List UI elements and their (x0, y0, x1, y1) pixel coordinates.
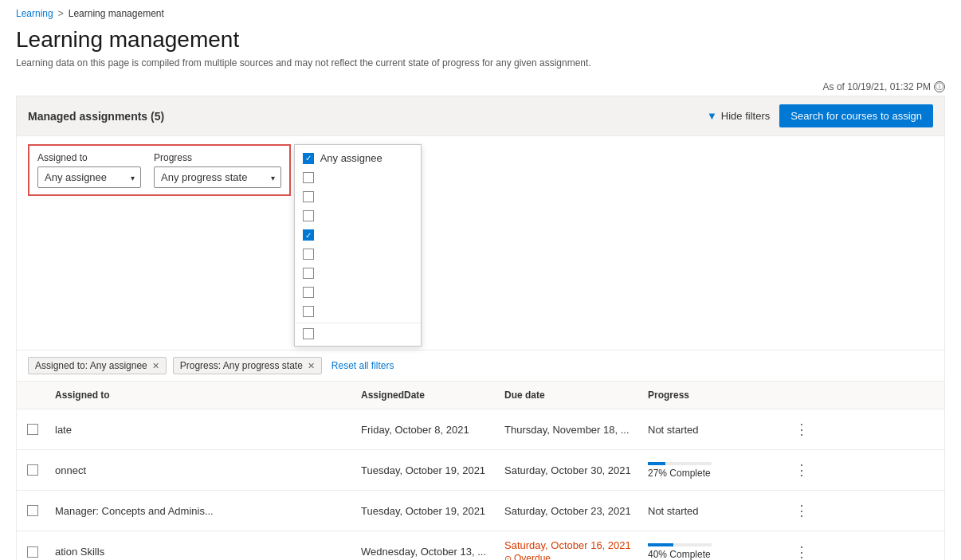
row1-more-button[interactable]: ⋮ (791, 417, 812, 441)
row1-due-date: Thursday, November 18, ... (498, 416, 641, 444)
row3-more-button[interactable]: ⋮ (791, 499, 812, 523)
filters-area: Assigned to Any assignee ▾ Progress Any … (16, 136, 945, 350)
row2-checkbox[interactable] (27, 464, 38, 476)
row1-progress: Not started (641, 416, 785, 444)
row4-actions: ⋮ (785, 532, 912, 561)
row4-name: ation Skills (49, 538, 355, 560)
row3-due-date: Saturday, October 23, 2021 (498, 497, 641, 525)
assigned-to-filter-group: Assigned to Any assignee ▾ (37, 152, 141, 188)
th-checkbox (17, 382, 49, 409)
assigned-to-tag-text: Assigned to: Any assignee (35, 360, 147, 371)
row2-more-button[interactable]: ⋮ (791, 458, 812, 482)
th-due-date[interactable]: Due date (498, 382, 641, 409)
managed-assignments-section-header: Managed assignments (5) ▼ Hide filters S… (16, 96, 945, 136)
info-icon[interactable]: ⓘ (934, 81, 945, 92)
assignee-option-5[interactable] (295, 245, 421, 264)
assignee-option-6[interactable] (295, 264, 421, 283)
assignee-checkbox-4[interactable] (303, 229, 314, 241)
row1-assigned-date: Friday, October 8, 2021 (355, 416, 498, 444)
assignee-checkbox-1[interactable] (303, 172, 314, 183)
row3-assigned-date: Tuesday, October 19, 2021 (355, 497, 498, 525)
row3-name: Manager: Concepts and Adminis... (49, 497, 355, 525)
page-title: Learning management (16, 27, 945, 53)
funnel-icon: ▼ (707, 110, 717, 122)
table-row: ation Skills Wednesday, October 13, ... … (17, 531, 944, 560)
page-subtitle: Learning data on this page is compiled f… (16, 57, 945, 69)
assignee-checkbox-3[interactable] (303, 210, 314, 221)
assigned-to-tag[interactable]: Assigned to: Any assignee ✕ (28, 357, 167, 374)
assignee-checkbox-5[interactable] (303, 249, 314, 260)
row3-checkbox[interactable] (27, 505, 38, 516)
reset-all-filters[interactable]: Reset all filters (331, 360, 394, 371)
assignee-option-8[interactable] (295, 302, 421, 321)
assignee-option-7[interactable] (295, 283, 421, 302)
row2-checkbox-cell (17, 456, 49, 484)
assigned-to-label: Assigned to (37, 152, 141, 163)
row2-actions: ⋮ (785, 450, 912, 490)
assignee-dropdown-popup: Any assignee (294, 144, 422, 347)
progress-dropdown-wrapper: Any progress state ▾ (154, 166, 281, 188)
row1-actions: ⋮ (785, 409, 912, 449)
search-courses-button[interactable]: Search for courses to assign (779, 104, 933, 127)
breadcrumb: Learning > Learning management (0, 0, 961, 24)
assignee-checkbox-7[interactable] (303, 287, 314, 298)
assignee-option-4[interactable] (295, 225, 421, 245)
row4-checkbox-cell (17, 538, 49, 561)
row4-progress: 40% Complete (641, 535, 785, 560)
assignee-option-any[interactable]: Any assignee (295, 148, 421, 168)
active-filters-bar: Assigned to: Any assignee ✕ Progress: An… (16, 350, 945, 382)
assignee-checkbox-6[interactable] (303, 268, 314, 279)
progress-label: Progress (154, 152, 281, 163)
managed-assignments-title: Managed assignments (5) (28, 110, 164, 123)
row2-name: onnect (49, 456, 355, 484)
assignee-option-3[interactable] (295, 206, 421, 225)
progress-dropdown[interactable]: Any progress state (154, 166, 281, 188)
breadcrumb-learning-link[interactable]: Learning (16, 8, 53, 19)
assignee-option-1[interactable] (295, 168, 421, 187)
overdue-icon-4: ⊙ (504, 554, 512, 561)
any-assignee-label: Any assignee (320, 152, 382, 164)
progress-filter-group: Progress Any progress state ▾ (154, 152, 281, 188)
th-assigned-date[interactable]: AssignedDate (355, 382, 498, 409)
table-row: Manager: Concepts and Adminis... Tuesday… (17, 491, 944, 531)
row2-progress: 27% Complete (641, 454, 785, 487)
assignments-table: Assigned to AssignedDate Due date Progre… (16, 382, 945, 560)
table-row: onnect Tuesday, October 19, 2021 Saturda… (17, 450, 944, 491)
table-header: Assigned to AssignedDate Due date Progre… (17, 382, 944, 409)
row3-checkbox-cell (17, 497, 49, 524)
row1-name: late (49, 416, 355, 444)
assignee-option-2[interactable] (295, 187, 421, 206)
as-of-text: As of 10/19/21, 01:32 PM (823, 81, 931, 92)
table-row: late Friday, October 8, 2021 Thursday, N… (17, 409, 944, 450)
row1-checkbox[interactable] (27, 424, 38, 435)
progress-tag[interactable]: Progress: Any progress state ✕ (173, 357, 322, 374)
row1-checkbox-cell (17, 416, 49, 443)
assigned-to-tag-close[interactable]: ✕ (152, 361, 159, 371)
assigned-to-dropdown[interactable]: Any assignee (37, 166, 141, 188)
assigned-to-dropdown-wrapper: Any assignee ▾ (37, 166, 141, 188)
assignee-checkbox-2[interactable] (303, 191, 314, 202)
row4-assigned-date: Wednesday, October 13, ... (355, 538, 498, 560)
row4-due-date: Saturday, October 16, 2021 ⊙ Overdue (498, 531, 641, 560)
row4-checkbox[interactable] (27, 546, 38, 558)
hide-filters-button[interactable]: ▼ Hide filters (707, 110, 770, 122)
row4-more-button[interactable]: ⋮ (791, 540, 812, 561)
breadcrumb-current: Learning management (69, 8, 164, 19)
row3-actions: ⋮ (785, 491, 912, 531)
progress-tag-close[interactable]: ✕ (308, 361, 315, 371)
progress-tag-text: Progress: Any progress state (180, 360, 303, 371)
th-progress[interactable]: Progress (641, 382, 785, 409)
row2-assigned-date: Tuesday, October 19, 2021 (355, 456, 498, 484)
row2-due-date: Saturday, October 30, 2021 (498, 456, 641, 484)
th-actions (785, 382, 912, 409)
th-assigned-to[interactable]: Assigned to (49, 382, 355, 409)
breadcrumb-separator: > (58, 8, 64, 19)
assignee-checkbox-8[interactable] (303, 306, 314, 317)
hide-filters-label: Hide filters (721, 110, 770, 122)
row3-progress: Not started (641, 497, 785, 525)
any-assignee-checkbox[interactable] (303, 153, 314, 164)
